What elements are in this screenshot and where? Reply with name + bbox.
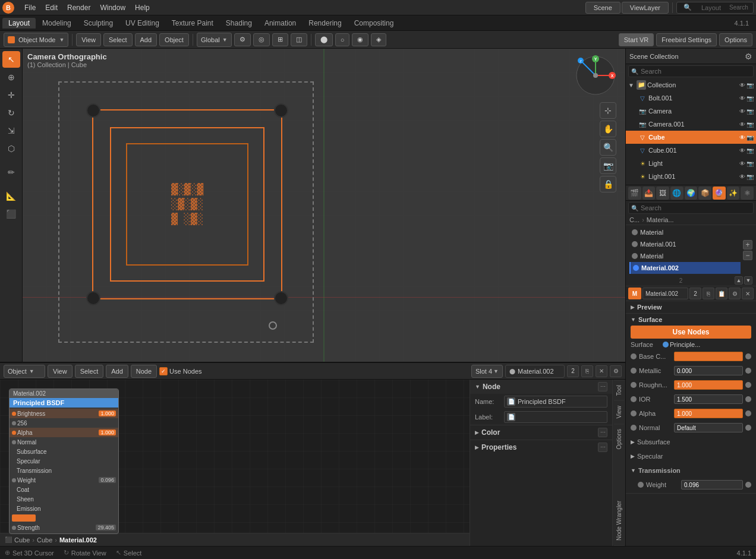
scene-selector[interactable]: Scene (585, 2, 620, 14)
nav-camera[interactable]: 📷 (600, 157, 616, 174)
mat-node-card[interactable]: Material.002 Principled BSDF Brightness … (9, 389, 119, 534)
transform-selector[interactable]: Global ▼ (197, 33, 232, 47)
slot-down-btn[interactable]: ▼ (744, 276, 752, 285)
viewlayer-selector[interactable]: ViewLayer (622, 2, 669, 14)
slot-selector[interactable]: Slot 4 ▼ (471, 365, 503, 378)
outliner-item-collection[interactable]: ▼ 📁 Collection 👁 📷 (626, 78, 756, 91)
props-icon-render[interactable]: 🎬 (628, 187, 641, 200)
tab-animation[interactable]: Animation (259, 18, 302, 29)
use-nodes-checkbox[interactable]: ✓ (159, 367, 168, 375)
node-section-opts[interactable]: ⋯ (598, 382, 607, 391)
top-search[interactable]: 🔍 Layout Search (676, 2, 754, 14)
side-tab-node-wrangler[interactable]: Node Wrangler (614, 496, 624, 546)
mat-add-btn[interactable]: + (743, 240, 752, 250)
light-eye[interactable]: 👁 (739, 160, 745, 167)
btn-xray[interactable]: ◫ (291, 33, 307, 46)
object-mode-selector[interactable]: Object Mode ▼ (4, 33, 68, 47)
btn-add[interactable]: Add (135, 33, 158, 46)
use-nodes-btn[interactable]: Use Nodes (631, 326, 751, 339)
btn-object[interactable]: Object (159, 33, 189, 46)
mat-slot-2[interactable]: Material (629, 250, 741, 262)
cube001-eye[interactable]: 👁 (739, 147, 745, 154)
preview-header[interactable]: ▶ Preview (626, 302, 756, 312)
menu-edit[interactable]: Edit (41, 2, 62, 13)
menu-window[interactable]: Window (96, 2, 130, 13)
btn-proportional[interactable]: ◎ (253, 33, 270, 46)
side-tab-options[interactable]: Options (614, 424, 624, 454)
props-search[interactable]: 🔍 (628, 202, 754, 214)
node-btn-node[interactable]: Node (131, 365, 157, 378)
node-settings-btn[interactable]: ⚙ (610, 365, 622, 377)
node-name-field[interactable]: 📄 Principled BSDF (504, 396, 607, 408)
color-section-opts[interactable]: ⋯ (598, 428, 607, 437)
breadcrumb-item-1[interactable]: Materia... (647, 216, 674, 223)
properties-sub-opts[interactable]: ⋯ (598, 443, 607, 452)
tool-rotate[interactable]: ↻ (2, 105, 20, 121)
camera001-eye[interactable]: 👁 (739, 121, 745, 128)
btn-options[interactable]: Options (719, 33, 752, 46)
mat-slot-0[interactable]: Material (629, 226, 741, 238)
tab-shading[interactable]: Shading (220, 18, 258, 29)
tool-annotate[interactable]: ✏ (2, 164, 20, 181)
tab-sculpting[interactable]: Sculpting (78, 18, 119, 29)
tab-modeling[interactable]: Modeling (36, 18, 77, 29)
mat-slot-1[interactable]: Material.001 (629, 238, 741, 250)
normal-val[interactable]: Default (674, 423, 743, 432)
outliner-item-light001[interactable]: ☀ Light.001 👁 📷 (626, 170, 756, 183)
outliner-item-light[interactable]: ☀ Light 👁 📷 (626, 157, 756, 170)
tool-move[interactable]: ✛ (2, 87, 20, 103)
surface-shader-field[interactable]: Principle... (663, 341, 751, 348)
camera-eye[interactable]: 👁 (739, 108, 745, 115)
col-eye-icon[interactable]: 👁 (739, 82, 745, 89)
cube001-render[interactable]: 📷 (746, 147, 754, 154)
weight-val[interactable]: 0.096 (681, 480, 743, 489)
slot-up-btn[interactable]: ▲ (735, 276, 743, 285)
btn-wireframe-mode[interactable]: ○ (335, 33, 350, 46)
side-tab-view[interactable]: View (614, 400, 624, 424)
btn-solid-mode[interactable]: ⬤ (315, 33, 333, 46)
tab-compositing[interactable]: Compositing (348, 18, 400, 29)
btn-snap[interactable]: ⚙ (234, 33, 251, 46)
outliner-item-cube[interactable]: ▽ Cube 👁 📷 (626, 131, 756, 144)
tool-transform[interactable]: ⬡ (2, 140, 20, 157)
subsurface-label[interactable]: Subsurface (637, 438, 670, 446)
mat-slot-3[interactable]: Material.002 (629, 262, 741, 274)
node-mode-selector[interactable]: Object ▼ (4, 365, 45, 378)
tab-uv-editing[interactable]: UV Editing (119, 18, 165, 29)
props-icon-physics[interactable]: ⚛ (741, 187, 754, 200)
metallic-val[interactable]: 0.000 (674, 366, 743, 375)
props-icon-scene[interactable]: 🌐 (670, 187, 683, 200)
base-color-swatch[interactable] (674, 352, 743, 361)
mat-name-node-field[interactable]: ⬤ Material.002 (505, 365, 565, 378)
outliner-search-input[interactable] (638, 68, 751, 75)
outliner-item-camera001[interactable]: 📷 Camera.001 👁 📷 (626, 118, 756, 131)
nav-zoom[interactable]: 🔍 (600, 139, 616, 156)
tab-rendering[interactable]: Rendering (303, 18, 347, 29)
btn-start-vr[interactable]: Start VR (619, 33, 654, 46)
outliner-search[interactable]: 🔍 (628, 65, 754, 77)
menu-file[interactable]: File (20, 2, 40, 13)
mat-paste-btn[interactable]: 📋 (716, 288, 727, 299)
menu-help[interactable]: Help (131, 2, 154, 13)
camera001-render[interactable]: 📷 (746, 121, 754, 128)
light-render[interactable]: 📷 (746, 160, 754, 167)
node-section-header[interactable]: ▼ Node ⋯ (470, 380, 612, 394)
node-copy-btn[interactable]: ⎘ (581, 365, 593, 377)
cube-render[interactable]: 📷 (746, 134, 754, 141)
node-canvas[interactable]: ⬛ Cube › Cube › Material.002 Material.00… (0, 380, 470, 546)
side-tab-tool[interactable]: Tool (614, 380, 624, 400)
btn-select[interactable]: Select (103, 33, 133, 46)
col-render-icon[interactable]: 📷 (746, 82, 754, 89)
tool-cursor[interactable]: ⊕ (2, 69, 20, 86)
color-section-header[interactable]: ▶ Color ⋯ (470, 425, 612, 440)
props-icon-output[interactable]: 📤 (642, 187, 656, 200)
props-search-input[interactable] (638, 204, 751, 211)
breadcrumb-item-0[interactable]: C... (629, 216, 640, 223)
surface-header[interactable]: ▼ Surface (626, 315, 756, 324)
tool-select[interactable]: ↖ (2, 51, 20, 68)
btn-render-mode[interactable]: ◈ (371, 33, 386, 46)
node-mat-num[interactable]: 2 (567, 365, 579, 377)
light001-render[interactable]: 📷 (746, 173, 754, 180)
props-icon-material[interactable]: 🔮 (713, 187, 726, 200)
light001-eye[interactable]: 👁 (739, 173, 745, 180)
